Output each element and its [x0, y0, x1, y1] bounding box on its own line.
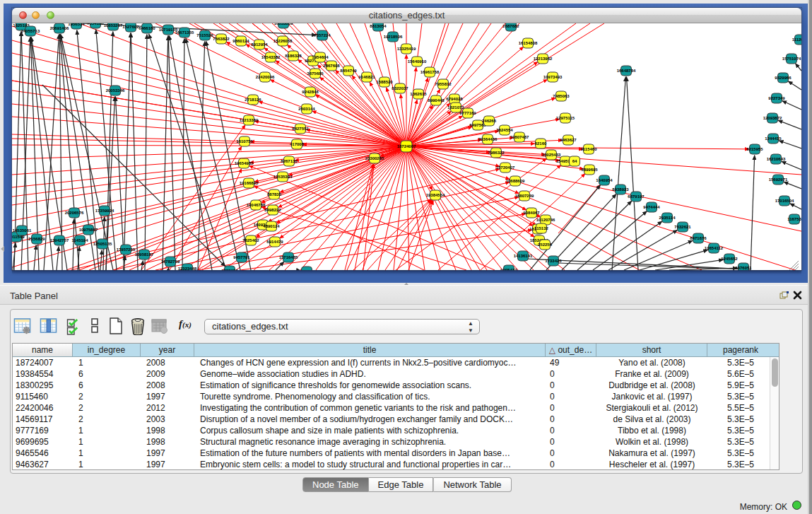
svg-text:19384554: 19384554	[426, 193, 445, 197]
svg-text:746266: 746266	[482, 119, 497, 123]
svg-text:8267130: 8267130	[281, 159, 298, 163]
svg-text:7955812: 7955812	[435, 82, 452, 86]
svg-text:7357224: 7357224	[314, 33, 331, 37]
svg-text:14136141: 14136141	[514, 254, 533, 258]
svg-text:9457791: 9457791	[233, 255, 250, 259]
svg-text:10975867: 10975867	[79, 228, 98, 232]
svg-text:12505135: 12505135	[93, 242, 112, 246]
svg-text:13942757: 13942757	[50, 238, 69, 243]
svg-text:3675685: 3675685	[307, 71, 324, 76]
svg-text:9245652: 9245652	[721, 257, 738, 261]
svg-text:6879197: 6879197	[628, 194, 645, 199]
svg-text:7485063: 7485063	[553, 94, 570, 98]
svg-text:16543382: 16543382	[261, 55, 281, 59]
svg-text:20364436: 20364436	[478, 137, 498, 141]
svg-text:6466160: 6466160	[139, 26, 155, 30]
svg-text:8990448: 8990448	[428, 98, 445, 103]
svg-text:7663822: 7663822	[213, 37, 230, 41]
svg-text:2718126: 2718126	[245, 98, 261, 102]
svg-text:8322037: 8322037	[392, 86, 408, 90]
svg-text:10807487: 10807487	[510, 135, 529, 139]
svg-text:23300265: 23300265	[365, 156, 384, 160]
svg-text:16033809: 16033809	[274, 23, 293, 25]
svg-text:252254: 252254	[538, 243, 553, 247]
svg-text:8427552: 8427552	[292, 127, 309, 131]
svg-text:15720407: 15720407	[496, 165, 515, 170]
svg-text:7986322: 7986322	[488, 151, 505, 155]
svg-text:10973493: 10973493	[543, 75, 563, 79]
svg-text:7515526: 7515526	[196, 33, 213, 37]
svg-text:16154808: 16154808	[519, 41, 538, 45]
svg-text:1527602: 1527602	[122, 25, 139, 29]
svg-text:417006: 417006	[290, 142, 305, 146]
svg-text:1640954: 1640954	[596, 178, 613, 182]
svg-text:15716485: 15716485	[279, 255, 298, 259]
svg-text:62160: 62160	[535, 141, 547, 146]
svg-text:7554106: 7554106	[87, 23, 104, 25]
svg-text:10958187: 10958187	[135, 252, 154, 257]
svg-text:8471676: 8471676	[690, 236, 707, 240]
svg-text:1733426: 1733426	[545, 259, 562, 263]
svg-text:18724007: 18724007	[397, 144, 416, 148]
svg-text:10654112: 10654112	[705, 246, 724, 250]
svg-text:2156829: 2156829	[28, 237, 45, 241]
svg-text:16671355: 16671355	[175, 30, 194, 35]
svg-text:2603144: 2603144	[298, 107, 315, 111]
svg-text:9242848: 9242848	[302, 90, 319, 94]
svg-text:6794028: 6794028	[446, 97, 463, 101]
svg-text:16782759: 16782759	[161, 259, 180, 264]
svg-text:115132: 115132	[534, 226, 548, 230]
svg-text:13325419: 13325419	[397, 47, 416, 51]
svg-text:2687682: 2687682	[502, 24, 519, 28]
svg-text:6914479: 6914479	[266, 240, 283, 244]
svg-text:12213962: 12213962	[534, 57, 553, 61]
svg-text:9227349: 9227349	[768, 96, 785, 100]
svg-text:17016504: 17016504	[775, 199, 794, 203]
svg-text:1621072: 1621072	[447, 105, 464, 110]
svg-text:8215955: 8215955	[746, 147, 763, 151]
svg-text:18807249: 18807249	[515, 194, 534, 198]
svg-text:116753: 116753	[787, 217, 801, 221]
svg-text:887835: 887835	[267, 192, 282, 197]
svg-text:14535061: 14535061	[13, 228, 32, 233]
svg-text:10046788: 10046788	[247, 203, 266, 207]
svg-text:1610755: 1610755	[236, 139, 253, 144]
svg-text:1112093: 1112093	[792, 37, 801, 42]
svg-text:16961758: 16961758	[420, 70, 440, 74]
svg-text:17957255: 17957255	[117, 247, 136, 252]
svg-text:64: 64	[572, 159, 577, 163]
svg-text:17359924: 17359924	[95, 209, 114, 213]
svg-text:15640910: 15640910	[408, 59, 427, 64]
svg-text:15226058: 15226058	[273, 39, 293, 43]
svg-text:16210643: 16210643	[767, 157, 786, 161]
svg-text:7632621: 7632621	[674, 225, 691, 229]
svg-text:10025433: 10025433	[542, 153, 561, 157]
svg-text:14055713: 14055713	[21, 29, 40, 33]
svg-text:6899695: 6899695	[581, 168, 598, 172]
svg-text:1244415: 1244415	[765, 136, 782, 141]
svg-text:8813054: 8813054	[370, 24, 387, 28]
svg-text:7625402: 7625402	[242, 238, 259, 243]
svg-text:10120746: 10120746	[536, 218, 555, 222]
svg-text:8454749: 8454749	[340, 69, 357, 73]
svg-text:1956534: 1956534	[68, 23, 85, 26]
svg-text:1362615: 1362615	[410, 92, 427, 96]
svg-text:8912954: 8912954	[251, 42, 268, 47]
svg-text:19166825: 19166825	[240, 181, 259, 185]
svg-text:20691406: 20691406	[50, 26, 69, 30]
svg-text:19218506: 19218506	[384, 35, 403, 39]
svg-text:15692971: 15692971	[769, 177, 788, 182]
svg-text:20053346: 20053346	[106, 88, 125, 93]
svg-text:12093872: 12093872	[763, 116, 782, 120]
svg-text:19654985: 19654985	[235, 161, 254, 165]
svg-text:8186328: 8186328	[285, 54, 302, 58]
svg-text:10688609: 10688609	[506, 179, 525, 183]
svg-text:12975115: 12975115	[556, 116, 575, 120]
svg-text:9115460: 9115460	[580, 147, 597, 151]
svg-text:2935114: 2935114	[659, 216, 676, 220]
svg-text:1145194: 1145194	[71, 238, 88, 243]
svg-text:9146821: 9146821	[358, 75, 375, 79]
svg-text:9329966: 9329966	[775, 76, 792, 80]
svg-text:12213369: 12213369	[240, 118, 259, 122]
svg-text:9777169: 9777169	[459, 111, 476, 115]
